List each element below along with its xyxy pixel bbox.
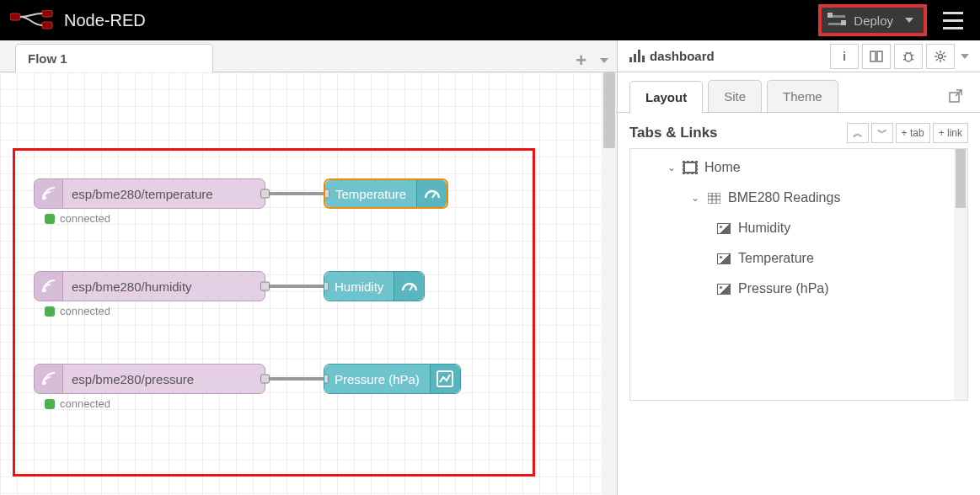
wire[interactable] (266, 285, 324, 288)
layout-tree: ⌄ Home ⌄ BME280 Readings Humidity Temper… (629, 148, 968, 401)
svg-line-26 (943, 59, 945, 61)
add-tab-button[interactable]: + tab (896, 123, 930, 143)
flow-list-button[interactable] (600, 58, 608, 63)
dashboard-icon (629, 50, 645, 63)
node-label: esp/bme280/humidity (63, 279, 265, 294)
flow-canvas[interactable]: esp/bme280/temperature connected Tempera… (0, 72, 602, 495)
main-area: Flow 1 + esp/bme280/temperature (0, 40, 980, 495)
tree-widget-item[interactable]: Humidity (642, 213, 959, 243)
output-port[interactable] (260, 189, 270, 199)
input-port[interactable] (324, 189, 329, 199)
svg-rect-30 (708, 193, 720, 204)
node-red-logo-icon (10, 10, 54, 30)
output-port[interactable] (260, 375, 270, 384)
svg-rect-9 (629, 57, 632, 62)
gauge-node[interactable]: Humidity (324, 271, 425, 301)
wire[interactable] (266, 192, 324, 195)
collapse-all-button[interactable]: ︾ (871, 123, 893, 143)
tree-widget-item[interactable]: Pressure (hPa) (642, 274, 959, 304)
status-dot-icon (45, 399, 55, 409)
widget-icon (715, 284, 733, 295)
svg-rect-1 (42, 10, 52, 17)
sidebar: dashboard i Layout Site Theme Tabs & Lin… (618, 40, 980, 495)
tabs-links-section-header: Tabs & Links ︽ ︾ + tab + link (618, 113, 980, 148)
tree-scrollbar[interactable] (954, 149, 967, 400)
config-tab-button[interactable] (926, 44, 955, 69)
node-status: connected (45, 305, 110, 317)
tree-label: Home (704, 160, 741, 175)
node-label: Temperature (335, 187, 406, 201)
expand-all-button[interactable]: ︽ (847, 123, 869, 143)
canvas-scrollbar[interactable] (602, 72, 617, 495)
tree-tab-item[interactable]: ⌄ Home (642, 152, 959, 183)
svg-point-20 (939, 54, 943, 58)
app-header: Node-RED Deploy (0, 0, 980, 40)
svg-line-6 (410, 285, 413, 290)
tree-label: BME280 Readings (728, 190, 840, 205)
section-title: Tabs & Links (629, 125, 718, 141)
sidebar-title: dashboard (629, 49, 715, 63)
input-port[interactable] (324, 375, 329, 384)
tab-theme[interactable]: Theme (767, 80, 838, 112)
dashboard-tabs: Layout Site Theme (618, 72, 980, 113)
node-label: esp/bme280/temperature (63, 187, 265, 201)
group-icon (704, 193, 723, 204)
flow-canvas-wrap: esp/bme280/temperature connected Tempera… (0, 72, 617, 495)
svg-rect-0 (10, 13, 20, 20)
tree-label: Humidity (738, 221, 790, 236)
svg-line-17 (911, 59, 913, 60)
svg-point-7 (43, 381, 46, 385)
svg-rect-11 (638, 50, 640, 62)
tab-layout[interactable]: Layout (629, 81, 703, 113)
output-port[interactable] (260, 282, 270, 291)
mqtt-in-node[interactable]: esp/bme280/temperature connected (34, 178, 265, 209)
chart-node[interactable]: Pressure (hPa) (324, 364, 461, 394)
add-flow-button[interactable]: + (576, 50, 586, 72)
deploy-caret-icon (905, 18, 913, 23)
svg-line-16 (903, 59, 906, 60)
widget-icon (715, 223, 733, 234)
node-label: Humidity (335, 279, 383, 294)
svg-line-25 (936, 52, 938, 54)
mqtt-in-node[interactable]: esp/bme280/humidity connected (34, 271, 265, 301)
app-title: Node-RED (64, 11, 146, 30)
deploy-button[interactable]: Deploy (819, 5, 926, 35)
workspace: Flow 1 + esp/bme280/temperature (0, 40, 618, 495)
tree-label: Temperature (738, 251, 814, 266)
tree-group-item[interactable]: ⌄ BME280 Readings (642, 183, 959, 213)
tree-label: Pressure (hPa) (738, 281, 829, 296)
add-link-button[interactable]: + link (933, 123, 968, 143)
workspace-tabs: Flow 1 + (0, 40, 617, 72)
status-dot-icon (45, 306, 55, 317)
node-status: connected (45, 397, 110, 410)
wire[interactable] (266, 377, 324, 381)
gauge-icon (416, 180, 447, 207)
chart-icon (430, 365, 460, 393)
widget-icon (715, 253, 733, 264)
node-label: Pressure (hPa) (335, 372, 420, 386)
help-tab-button[interactable] (862, 44, 891, 69)
deploy-label: Deploy (854, 13, 893, 28)
gauge-node[interactable]: Temperature (324, 178, 448, 209)
sidebar-header: dashboard i (618, 40, 980, 72)
tab-site[interactable]: Site (708, 80, 762, 112)
tab-icon (681, 162, 699, 173)
deploy-icon (828, 13, 845, 27)
svg-line-4 (432, 193, 436, 198)
chevron-down-icon: ⌄ (666, 162, 677, 173)
mqtt-in-node[interactable]: esp/bme280/pressure connected (34, 364, 265, 394)
tree-widget-item[interactable]: Temperature (642, 243, 959, 274)
svg-rect-12 (642, 56, 645, 62)
main-menu-button[interactable] (936, 3, 970, 37)
gauge-icon (394, 272, 424, 301)
flow-tab[interactable]: Flow 1 (15, 44, 213, 72)
chevron-down-icon: ⌄ (689, 192, 701, 204)
sidebar-more-button[interactable] (955, 54, 975, 59)
status-dot-icon (45, 214, 55, 224)
input-port[interactable] (324, 282, 329, 291)
svg-rect-10 (634, 54, 636, 62)
open-dashboard-button[interactable] (943, 83, 968, 109)
mqtt-icon (35, 365, 63, 393)
debug-tab-button[interactable] (894, 44, 923, 69)
info-tab-button[interactable]: i (830, 44, 859, 69)
